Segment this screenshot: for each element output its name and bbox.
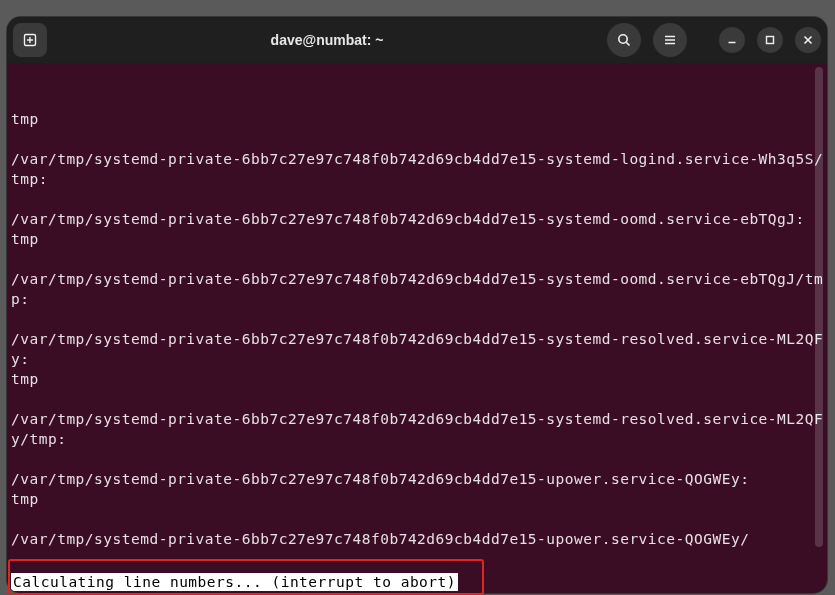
terminal-line [11, 249, 827, 269]
terminal-line [11, 189, 827, 209]
maximize-button[interactable] [757, 27, 783, 53]
terminal-output: tmp /var/tmp/systemd-private-6bb7c27e97c… [11, 109, 827, 549]
svg-line-4 [626, 42, 629, 45]
terminal-line: tmp [11, 229, 827, 249]
search-button[interactable] [607, 23, 641, 57]
window-title: dave@numbat: ~ [47, 32, 607, 48]
terminal-line: /var/tmp/systemd-private-6bb7c27e97c748f… [11, 529, 827, 549]
terminal-line: /var/tmp/systemd-private-6bb7c27e97c748f… [11, 149, 827, 189]
terminal-line [11, 449, 827, 469]
terminal-viewport[interactable]: tmp /var/tmp/systemd-private-6bb7c27e97c… [7, 63, 827, 593]
close-button[interactable] [795, 27, 821, 53]
terminal-line [11, 389, 827, 409]
terminal-line: /var/tmp/systemd-private-6bb7c27e97c748f… [11, 329, 827, 369]
svg-point-3 [619, 35, 627, 43]
menu-button[interactable] [653, 23, 687, 57]
terminal-line [11, 309, 827, 329]
terminal-line [11, 129, 827, 149]
terminal-line: /var/tmp/systemd-private-6bb7c27e97c748f… [11, 209, 827, 229]
terminal-line: /var/tmp/systemd-private-6bb7c27e97c748f… [11, 469, 827, 489]
minimize-button[interactable] [719, 27, 745, 53]
terminal-window: dave@numbat: ~ [7, 17, 827, 593]
new-tab-button[interactable] [13, 23, 47, 57]
svg-rect-9 [767, 37, 774, 44]
terminal-line: tmp [11, 489, 827, 509]
terminal-line: /var/tmp/systemd-private-6bb7c27e97c748f… [11, 409, 827, 449]
terminal-line: tmp [11, 369, 827, 389]
scrollbar-thumb[interactable] [815, 67, 823, 547]
terminal-line: /var/tmp/systemd-private-6bb7c27e97c748f… [11, 269, 827, 309]
terminal-line [11, 509, 827, 529]
terminal-line: tmp [11, 109, 827, 129]
pager-status-line: Calculating line numbers... (interrupt t… [11, 573, 458, 591]
titlebar: dave@numbat: ~ [7, 17, 827, 63]
